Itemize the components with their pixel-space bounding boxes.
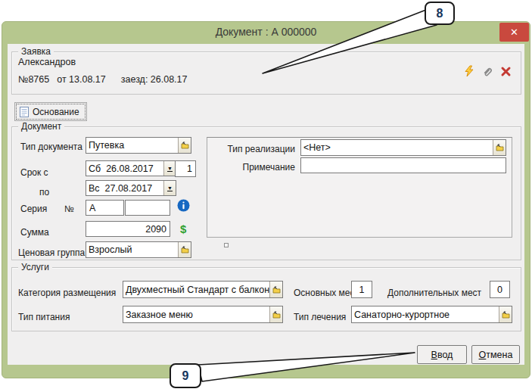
note-label: Примечание — [212, 162, 295, 173]
accommodation-label: Категория размещения — [18, 288, 116, 298]
request-arrival-date: заезд: 26.08.17 — [121, 74, 188, 85]
paperclip-icon — [482, 66, 493, 77]
attach-file-button[interactable] — [482, 66, 493, 77]
callout-9-badge: 9 — [170, 363, 201, 388]
callout-8-badge: 8 — [425, 2, 455, 25]
treatment-type-combo[interactable]: Санаторно-курортное — [351, 306, 512, 323]
period-from-date-field[interactable]: Сб 26.08.2017 ▼ — [86, 160, 176, 176]
period-to-label: по — [39, 187, 49, 198]
meal-type-choose-button[interactable] — [269, 306, 282, 322]
info-icon — [177, 199, 190, 212]
number-label: № — [64, 204, 74, 214]
period-to-date-field[interactable]: Вс 27.08.2017 ▼ — [86, 180, 176, 196]
price-group-combo[interactable]: Взрослый — [86, 241, 191, 258]
choose-folder-icon — [496, 144, 504, 151]
choose-folder-icon — [272, 311, 281, 319]
chevron-down-icon: ▼ — [167, 166, 173, 171]
period-from-label: Срок с — [20, 167, 48, 178]
note-field[interactable] — [300, 157, 506, 173]
window-title: Документ : А 000000 — [2, 26, 530, 38]
number-field[interactable] — [125, 200, 170, 216]
services-group-label: Услуги — [18, 262, 52, 272]
choose-folder-icon — [272, 286, 281, 294]
treatment-type-value: Санаторно-курортное — [352, 306, 499, 322]
doc-type-choose-button[interactable] — [178, 138, 191, 153]
period-from-value: Сб 26.08.2017 — [86, 161, 163, 176]
callout-9-number: 9 — [182, 369, 189, 383]
enter-button[interactable]: Ввод — [417, 345, 467, 364]
cancel-button-label: Отмена — [479, 350, 513, 360]
amount-field[interactable] — [86, 221, 170, 237]
series-field[interactable] — [86, 200, 124, 216]
series-label: Серия — [20, 204, 47, 214]
main-places-label: Основных мест — [294, 288, 359, 298]
choose-folder-icon — [502, 311, 510, 319]
request-number: №8765 — [18, 74, 49, 85]
extra-places-field[interactable] — [490, 281, 510, 298]
accommodation-value: Двухместный Стандарт с балконом — [123, 282, 269, 297]
delete-x-icon — [500, 66, 512, 77]
request-group-label: Заявка — [18, 46, 54, 57]
period-to-value: Вс 27.08.2017 — [86, 181, 163, 195]
extra-places-label: Дополнительных мест — [387, 288, 481, 298]
nights-count-field[interactable] — [175, 160, 196, 177]
close-icon: ✕ — [510, 26, 518, 38]
post-document-button[interactable] — [463, 65, 475, 77]
currency-dollar-icon: $ — [180, 222, 186, 235]
meal-type-combo[interactable]: Заказное меню — [123, 306, 283, 323]
price-group-value: Взрослый — [86, 242, 178, 257]
close-button[interactable]: ✕ — [499, 23, 529, 42]
resize-grip-square — [224, 243, 229, 247]
document-page-icon — [20, 107, 29, 117]
enter-button-label: Ввод — [431, 350, 453, 360]
realization-type-choose-button[interactable] — [493, 140, 506, 155]
document-group-label: Документ — [18, 121, 64, 132]
treatment-type-choose-button[interactable] — [499, 306, 512, 322]
request-client-name: Александров — [18, 57, 76, 67]
meal-type-label: Тип питания — [18, 312, 70, 322]
price-group-label: Ценовая группа — [18, 247, 85, 258]
realization-type-combo[interactable]: <Нет> — [300, 139, 506, 156]
doc-type-value: Путевка — [86, 138, 178, 153]
doc-type-label: Тип документа — [20, 142, 82, 152]
delete-request-button[interactable] — [500, 66, 512, 77]
screenshot-root: Документ : А 000000 ✕ Заявка Александров… — [0, 0, 532, 392]
doc-type-combo[interactable]: Путевка — [86, 137, 191, 154]
meal-type-value: Заказное меню — [123, 306, 269, 322]
cancel-button[interactable]: Отмена — [471, 345, 520, 364]
period-from-dropdown-button[interactable]: ▼ — [163, 161, 176, 176]
tab-osnovanie-label: Основание — [33, 107, 79, 117]
request-details: №8765от 13.08.17заезд: 26.08.17 — [18, 74, 187, 85]
accommodation-combo[interactable]: Двухместный Стандарт с балконом — [123, 281, 283, 298]
tab-osnovanie[interactable]: Основание — [14, 102, 87, 121]
realization-type-label: Тип реализации — [212, 144, 295, 154]
request-from-date: от 13.08.17 — [57, 74, 106, 85]
realization-type-value: <Нет> — [301, 140, 493, 155]
info-button[interactable] — [177, 199, 190, 212]
callout-8-number: 8 — [437, 7, 443, 20]
price-group-choose-button[interactable] — [178, 242, 191, 257]
chevron-down-icon: ▼ — [167, 185, 173, 191]
amount-label: Сумма — [20, 227, 49, 238]
choose-folder-icon — [181, 246, 189, 254]
treatment-type-label: Тип лечения — [294, 312, 346, 322]
period-to-dropdown-button[interactable]: ▼ — [163, 181, 176, 195]
request-group: Заявка — [11, 51, 521, 95]
choose-folder-icon — [181, 142, 189, 149]
lightning-icon — [463, 65, 475, 77]
main-places-field[interactable] — [351, 281, 372, 298]
accommodation-choose-button[interactable] — [269, 282, 282, 297]
